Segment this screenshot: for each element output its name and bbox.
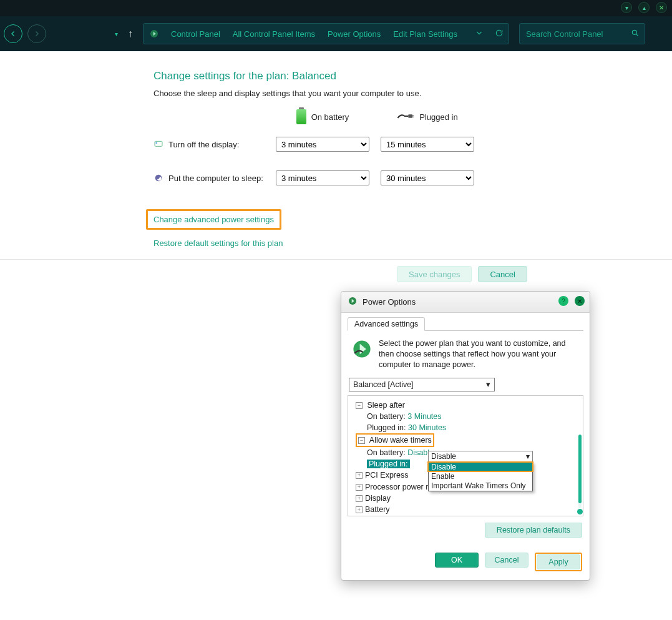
- tree-node-wake-timers[interactable]: Allow wake timers: [369, 436, 432, 445]
- display-plugged-select[interactable]: 15 minutes: [381, 137, 474, 152]
- dropdown-option[interactable]: Enable: [429, 472, 532, 481]
- expand-icon[interactable]: +: [356, 506, 363, 513]
- page-subtitle: Choose the sleep and display settings th…: [153, 89, 672, 98]
- row-label-sleep: Put the computer to sleep:: [168, 174, 263, 183]
- breadcrumb-segment[interactable]: Edit Plan Settings: [387, 29, 464, 39]
- dialog-close-button[interactable]: ✕: [575, 296, 585, 306]
- svg-rect-5: [155, 141, 162, 146]
- sleep-plugged-select[interactable]: 30 minutes: [381, 170, 474, 185]
- ok-button[interactable]: OK: [435, 553, 479, 568]
- dialog-intro-text: Select the power plan that you want to c…: [379, 338, 580, 370]
- settings-tree[interactable]: − Sleep after On battery: 3 Minutes Plug…: [348, 395, 583, 516]
- column-header-plugged: Plugged in: [419, 112, 457, 122]
- close-button[interactable]: ✕: [656, 2, 667, 13]
- tree-leaf-label: On battery:: [367, 412, 406, 421]
- restore-plan-defaults-button[interactable]: Restore plan defaults: [485, 523, 582, 538]
- dropdown-option[interactable]: Important Wake Timers Only: [429, 481, 532, 491]
- expand-icon[interactable]: +: [356, 484, 363, 491]
- forward-button[interactable]: [27, 24, 46, 43]
- search-box[interactable]: [519, 23, 645, 44]
- apply-button[interactable]: Apply: [537, 554, 580, 569]
- collapse-icon[interactable]: −: [356, 402, 363, 409]
- plan-select[interactable]: Balanced [Active] ▾: [349, 378, 495, 391]
- tree-leaf-value[interactable]: 30 Minutes: [408, 423, 446, 432]
- dialog-help-button[interactable]: ?: [558, 296, 568, 306]
- dropdown-option[interactable]: Disable: [429, 463, 532, 472]
- tab-advanced-settings[interactable]: Advanced settings: [348, 317, 425, 331]
- highlight-apply-button: Apply: [535, 553, 582, 571]
- tree-node-processor[interactable]: Processor power m: [365, 483, 432, 491]
- main-content: Change settings for the plan: Balanced C…: [0, 51, 672, 248]
- refresh-button[interactable]: [495, 29, 504, 39]
- maximize-button[interactable]: ▴: [638, 2, 650, 13]
- svg-rect-4: [412, 116, 414, 117]
- tree-leaf-value[interactable]: 3 Minutes: [407, 412, 441, 421]
- highlight-wake-timers: − Allow wake timers: [356, 433, 434, 447]
- expand-icon[interactable]: +: [356, 495, 363, 502]
- dialog-cancel-button[interactable]: Cancel: [485, 553, 528, 568]
- search-input[interactable]: [526, 29, 631, 39]
- restore-defaults-link[interactable]: Restore default settings for this plan: [153, 239, 672, 248]
- page-title: Change settings for the plan: Balanced: [153, 70, 672, 82]
- address-dropdown[interactable]: [475, 29, 484, 39]
- display-battery-select[interactable]: 3 minutes: [276, 137, 369, 152]
- tree-leaf-label: On battery:: [367, 448, 406, 457]
- battery-icon: [296, 109, 306, 124]
- tree-scrollbar[interactable]: [577, 398, 582, 513]
- tab-strip: Advanced settings: [348, 317, 583, 331]
- wake-plugged-combo[interactable]: Disable ▾ Disable Enable Important Wake …: [428, 451, 533, 491]
- power-plan-icon: [149, 28, 160, 39]
- history-dropdown[interactable]: ▾: [115, 31, 118, 37]
- plug-icon: [397, 112, 414, 122]
- tree-node-sleep-after[interactable]: Sleep after: [367, 401, 404, 410]
- dialog-titlebar[interactable]: Power Options ? ✕: [341, 292, 590, 313]
- explorer-toolbar: ▾ ↑ Control Panel All Control Panel Item…: [0, 16, 672, 51]
- column-header-battery: On battery: [311, 112, 349, 122]
- address-bar[interactable]: Control Panel All Control Panel Items Po…: [143, 23, 509, 44]
- cancel-button[interactable]: Cancel: [478, 266, 527, 282]
- power-plan-large-icon: [351, 338, 373, 360]
- back-button[interactable]: [4, 24, 22, 43]
- collapse-icon[interactable]: −: [358, 437, 365, 444]
- chevron-down-icon: ▾: [526, 452, 530, 461]
- svg-point-1: [632, 30, 636, 34]
- breadcrumb-segment[interactable]: All Control Panel Items: [226, 29, 321, 39]
- up-button[interactable]: ↑: [128, 28, 133, 39]
- expand-icon[interactable]: +: [356, 472, 363, 479]
- highlight-advanced-link: Change advanced power settings: [146, 209, 281, 230]
- display-icon: [153, 139, 163, 149]
- svg-rect-3: [412, 115, 414, 116]
- breadcrumb-segment[interactable]: Power Options: [321, 29, 387, 39]
- minimize-button[interactable]: ▾: [621, 2, 632, 13]
- tree-node-pci[interactable]: PCI Express: [365, 471, 408, 480]
- window-titlebar: ▾ ▴ ✕: [0, 0, 672, 16]
- power-options-dialog: Power Options ? ✕ Advanced settings Sele…: [341, 291, 590, 581]
- breadcrumb-segment[interactable]: Control Panel: [165, 29, 226, 39]
- sleep-icon: [153, 173, 163, 183]
- row-label-display: Turn off the display:: [168, 140, 239, 149]
- wake-plugged-dropdown[interactable]: Disable Enable Important Wake Timers Onl…: [428, 462, 533, 491]
- svg-point-6: [155, 142, 157, 144]
- chevron-down-icon: ▾: [486, 380, 490, 389]
- tree-leaf-label-selected: Plugged in:: [367, 460, 410, 468]
- svg-rect-2: [408, 114, 412, 118]
- save-changes-button: Save changes: [397, 266, 472, 282]
- search-icon: [631, 29, 640, 39]
- tree-leaf-label: Plugged in:: [367, 423, 406, 432]
- dialog-title: Power Options: [363, 297, 416, 307]
- tree-node-battery[interactable]: Battery: [365, 505, 390, 514]
- advanced-power-settings-link[interactable]: Change advanced power settings: [153, 215, 274, 224]
- sleep-battery-select[interactable]: 3 minutes: [276, 170, 369, 185]
- tree-node-display[interactable]: Display: [365, 494, 391, 503]
- power-plan-icon: [348, 296, 358, 308]
